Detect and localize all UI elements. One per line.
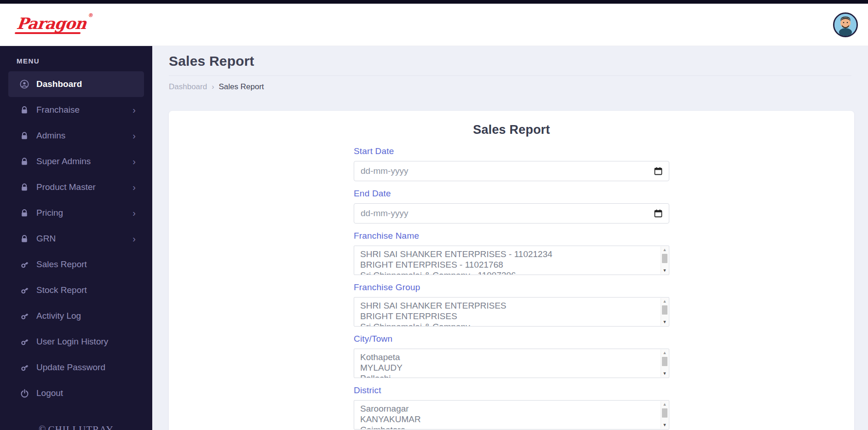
sidebar-item-label: Super Admins [36,156,91,166]
sidebar-item-pricing[interactable]: Pricing › [8,200,144,226]
listbox-scrollbar[interactable]: ▲ ▼ [661,350,668,377]
sidebar-item-label: Product Master [36,182,96,192]
district-multiselect[interactable]: Saroornagar KANYAKUMAR Coimbatore ▲ ▼ [354,400,669,430]
sidebar-item-label: Stock Report [36,285,87,295]
sidebar-item-product-master[interactable]: Product Master › [8,174,144,200]
list-option[interactable]: Saroornagar [360,403,659,414]
paragon-logo[interactable]: Paragon ® [16,16,87,34]
list-option[interactable]: MYLAUDY [360,362,659,373]
user-circle-icon [20,80,29,89]
top-header: Paragon ® [0,4,868,46]
district-label: District [354,385,669,396]
start-date-input[interactable] [354,161,669,181]
lock-icon [20,157,29,166]
end-date-input[interactable] [354,203,669,224]
end-date-field [354,203,669,224]
avatar-illustration [834,14,857,36]
copyright-icon: © [39,424,46,430]
list-option[interactable]: Sri Chinnamalai & Company [360,321,659,327]
list-option[interactable]: Pollachi [360,373,659,378]
sidebar-footer-brand: © CHILLUTRAY [0,424,152,430]
scroll-down-icon[interactable]: ▼ [661,319,668,325]
sidebar-item-logout[interactable]: Logout [8,380,144,406]
scroll-up-icon[interactable]: ▲ [661,401,668,407]
sidebar-item-label: Admins [36,131,65,141]
chevron-right-icon: › [132,157,144,166]
sidebar-item-dashboard[interactable]: Dashboard [8,71,144,97]
city-town-multiselect[interactable]: Kothapeta MYLAUDY Pollachi ▲ ▼ [354,349,669,378]
list-option[interactable]: BRIGHT ENTERPRISES - 11021768 [360,259,659,270]
sidebar-item-user-login-history[interactable]: User Login History [8,329,144,355]
sidebar-item-franchaise[interactable]: Franchaise › [8,97,144,123]
user-avatar[interactable] [833,12,858,37]
list-option[interactable]: KANYAKUMAR [360,414,659,424]
scroll-down-icon[interactable]: ▼ [661,268,668,274]
list-option[interactable]: BRIGHT ENTERPRISES [360,311,659,321]
chevron-right-icon: › [132,105,144,115]
footer-brand-text: CHILLUTRAY [48,424,113,430]
page-title: Sales Report [169,53,868,69]
scrollbar-thumb[interactable] [662,305,667,315]
sidebar-item-super-admins[interactable]: Super Admins › [8,149,144,174]
scroll-down-icon[interactable]: ▼ [661,422,668,428]
key-icon [20,337,29,346]
sidebar-item-label: GRN [36,234,56,244]
lock-icon [20,131,29,140]
registered-trademark: ® [88,13,93,18]
sidebar-item-update-password[interactable]: Update Password [8,355,144,380]
sales-report-card: Sales Report Start Date End Date [169,111,854,430]
list-option[interactable]: Kothapeta [360,352,659,362]
list-option[interactable]: Coimbatore [360,424,659,430]
lock-icon [20,183,29,192]
scroll-up-icon[interactable]: ▲ [661,247,668,253]
breadcrumb: Dashboard › Sales Report [169,82,868,92]
main-content: Sales Report Dashboard › Sales Report Sa… [152,46,868,430]
sidebar-item-label: Sales Report [36,259,87,269]
calendar-icon[interactable] [654,209,662,218]
listbox-scrollbar[interactable]: ▲ ▼ [661,401,668,429]
lock-icon [20,105,29,115]
sidebar-item-admins[interactable]: Admins › [8,123,144,149]
scroll-up-icon[interactable]: ▲ [661,298,668,304]
form-heading: Sales Report [169,123,854,137]
sidebar-item-stock-report[interactable]: Stock Report [8,277,144,303]
chevron-right-icon: › [132,131,144,140]
listbox-scrollbar[interactable]: ▲ ▼ [661,298,668,326]
end-date-label: End Date [354,189,669,199]
sidebar-item-grn[interactable]: GRN › [8,226,144,252]
sidebar-item-label: Dashboard [36,79,82,89]
key-icon [20,260,29,269]
key-icon [20,311,29,321]
key-icon [20,286,29,295]
franchise-group-multiselect[interactable]: SHRI SAI SHANKER ENTERPRISES BRIGHT ENTE… [354,297,669,327]
scrollbar-thumb[interactable] [662,254,667,263]
report-filter-form: Start Date End Date [354,146,669,430]
sidebar-item-label: Pricing [36,208,63,218]
key-icon [20,363,29,372]
list-option[interactable]: Sri Chinnamalai & Company - 11007306 [360,270,659,275]
city-town-label: City/Town [354,334,669,344]
list-option[interactable]: SHRI SAI SHANKER ENTERPRISES [360,300,659,311]
sidebar: MENU Dashboard Franchaise › Admins › [0,46,152,430]
start-date-label: Start Date [354,146,669,156]
franchise-name-multiselect[interactable]: SHRI SAI SHANKER ENTERPRISES - 11021234 … [354,246,669,275]
scroll-up-icon[interactable]: ▲ [661,350,668,356]
franchise-group-label: Franchise Group [354,282,669,292]
chevron-right-icon: › [132,208,144,218]
scroll-down-icon[interactable]: ▼ [661,371,668,377]
sidebar-item-label: Update Password [36,362,105,373]
sidebar-item-sales-report[interactable]: Sales Report [8,252,144,277]
scrollbar-thumb[interactable] [662,357,667,366]
listbox-scrollbar[interactable]: ▲ ▼ [661,247,668,274]
list-option[interactable]: SHRI SAI SHANKER ENTERPRISES - 11021234 [360,249,659,259]
calendar-icon[interactable] [654,167,662,175]
sidebar-item-label: Logout [36,388,63,398]
chevron-right-icon: › [132,234,144,243]
breadcrumb-dashboard-link[interactable]: Dashboard [169,82,207,92]
lock-icon [20,234,29,243]
scrollbar-thumb[interactable] [662,408,667,418]
lock-icon [20,208,29,218]
sidebar-item-activity-log[interactable]: Activity Log [8,303,144,329]
breadcrumb-separator-icon: › [212,83,214,91]
menu-section-label: MENU [17,57,152,65]
